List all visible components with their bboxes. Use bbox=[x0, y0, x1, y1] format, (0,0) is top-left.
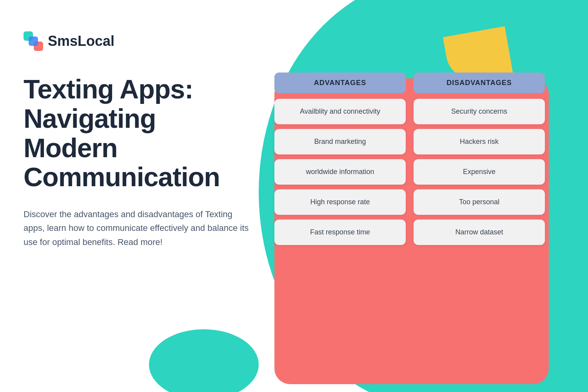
advantage-cell-2: Brand marketing bbox=[274, 129, 406, 154]
logo-area: SmsLocal bbox=[24, 31, 251, 51]
advantage-cell-5: Fast response time bbox=[274, 220, 406, 245]
table-row: worldwide information Expensive bbox=[270, 159, 549, 185]
disadvantage-cell-4: Too personal bbox=[414, 189, 545, 215]
subtitle-text: Discover the advantages and disadvantage… bbox=[24, 207, 251, 249]
advantage-cell-3: worldwide information bbox=[274, 159, 406, 185]
table-row: Availblity and connectivity Security con… bbox=[270, 99, 549, 124]
comparison-table: ADVANTAGES DISADVANTAGES Availblity and … bbox=[270, 73, 549, 245]
table-row: High response rate Too personal bbox=[270, 189, 549, 215]
disadvantage-cell-5: Narrow dataset bbox=[414, 220, 545, 245]
disadvantage-cell-2: Hackers risk bbox=[414, 129, 545, 154]
advantage-cell-4: High response rate bbox=[274, 189, 406, 215]
advantages-header: ADVANTAGES bbox=[274, 73, 406, 93]
main-title: Texting Apps: Navigating Modern Communic… bbox=[24, 74, 251, 192]
disadvantage-cell-1: Security concerns bbox=[414, 99, 545, 124]
table-row: Fast response time Narrow dataset bbox=[270, 220, 549, 245]
disadvantages-header: DISADVANTAGES bbox=[414, 73, 545, 93]
table-rows: Availblity and connectivity Security con… bbox=[270, 99, 549, 245]
speech-bubble-decoration bbox=[149, 329, 259, 392]
table-headers: ADVANTAGES DISADVANTAGES bbox=[270, 73, 549, 93]
left-content-area: SmsLocal Texting Apps: Navigating Modern… bbox=[24, 31, 251, 249]
logo-icon bbox=[24, 31, 43, 51]
advantage-cell-1: Availblity and connectivity bbox=[274, 99, 406, 124]
table-row: Brand marketing Hackers risk bbox=[270, 129, 549, 154]
disadvantage-cell-3: Expensive bbox=[414, 159, 545, 185]
logo-text: SmsLocal bbox=[48, 33, 114, 49]
svg-rect-2 bbox=[29, 36, 38, 46]
